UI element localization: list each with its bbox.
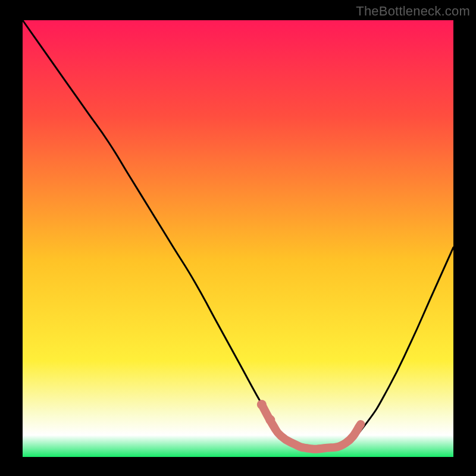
highlight-dot [257, 400, 267, 409]
bottleneck-chart [0, 0, 476, 476]
plot-background [23, 20, 453, 457]
highlight-dot [265, 415, 275, 425]
chart-stage: TheBottleneck.com [0, 0, 476, 476]
attribution-text: TheBottleneck.com [356, 4, 470, 19]
